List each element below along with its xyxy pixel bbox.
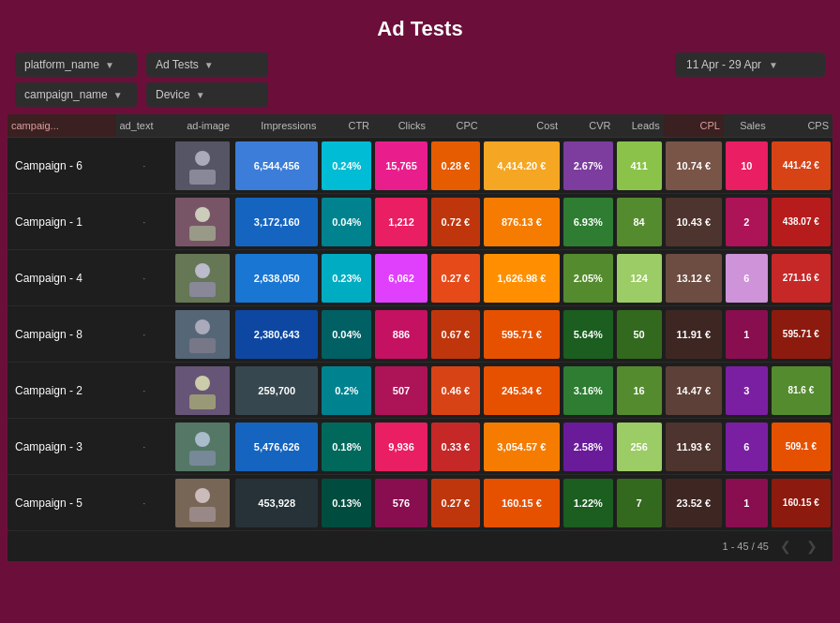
ad-tests-filter[interactable]: Ad Tests ▼ — [146, 52, 268, 77]
col-ad-text: ad_text — [115, 114, 172, 138]
data-table: campaig... ad_text ad-image Impressions … — [8, 114, 832, 531]
col-sales: Sales — [724, 114, 770, 138]
cvr-cell: 6.93% — [562, 194, 615, 250]
clicks-cell: 15,765 — [373, 138, 429, 194]
table-row: Campaign - 5 · 453,928 0.13% 576 0.27 € … — [8, 475, 832, 531]
cps-cell: 441.42 € — [770, 138, 832, 194]
table-row: Campaign - 6 · 6,544,456 0.24% 15,765 0.… — [8, 138, 832, 194]
col-ad-image: ad-image — [172, 114, 233, 138]
cost-cell: 3,054.57 € — [482, 419, 562, 475]
col-cpl: CPL — [664, 114, 724, 138]
ctr-cell: 0.13% — [320, 475, 373, 531]
date-range-filter[interactable]: 11 Apr - 29 Apr ▼ — [675, 52, 825, 77]
campaign-cell: Campaign - 1 — [8, 194, 115, 250]
device-filter[interactable]: Device ▼ — [146, 82, 268, 107]
campaign-cell: Campaign - 2 — [8, 363, 115, 419]
impressions-cell: 6,544,456 — [233, 138, 320, 194]
campaign-name-filter[interactable]: campaign_name ▼ — [15, 82, 137, 107]
col-clicks: Clicks — [373, 114, 429, 138]
table-row: Campaign - 1 · 3,172,160 0.04% 1,212 0.7… — [8, 194, 832, 250]
cpl-cell: 10.74 € — [664, 138, 724, 194]
ctr-cell: 0.2% — [320, 363, 373, 419]
device-arrow-icon: ▼ — [196, 90, 205, 100]
leads-cell: 16 — [615, 363, 664, 419]
ad-text-cell: · — [115, 363, 172, 419]
impressions-cell: 3,172,160 — [233, 194, 320, 250]
ad-tests-label: Ad Tests — [156, 58, 199, 71]
impressions-cell: 2,638,050 — [233, 250, 320, 306]
ad-image-cell — [172, 419, 233, 475]
impressions-cell: 5,476,626 — [233, 419, 320, 475]
sales-cell: 2 — [724, 194, 770, 250]
ad-image-cell — [172, 138, 233, 194]
campaign-cell: Campaign - 5 — [8, 475, 115, 531]
ad-thumbnail — [175, 310, 230, 359]
ad-text-cell: · — [115, 419, 172, 475]
cost-cell: 4,414.20 € — [482, 138, 562, 194]
cps-cell: 160.15 € — [770, 475, 832, 531]
table-header-row: campaig... ad_text ad-image Impressions … — [8, 114, 832, 138]
col-leads: Leads — [615, 114, 664, 138]
ad-image-cell — [172, 475, 233, 531]
ad-image-cell — [172, 194, 233, 250]
cvr-cell: 1.22% — [562, 475, 615, 531]
cvr-cell: 5.64% — [562, 306, 615, 363]
ad-text-cell: · — [115, 475, 172, 531]
cpc-cell: 0.27 € — [429, 475, 482, 531]
cpl-cell: 23.52 € — [664, 475, 724, 531]
filters-row-1: platform_name ▼ Ad Tests ▼ 11 Apr - 29 A… — [0, 52, 840, 77]
ad-text-cell: · — [115, 194, 172, 250]
ad-image-cell — [172, 306, 233, 363]
ctr-cell: 0.18% — [320, 419, 373, 475]
col-impressions: Impressions — [233, 114, 320, 138]
ctr-cell: 0.04% — [320, 194, 373, 250]
col-campaign: campaig... — [8, 114, 115, 138]
data-table-wrapper: campaig... ad_text ad-image Impressions … — [8, 114, 832, 531]
cpc-cell: 0.28 € — [429, 138, 482, 194]
col-cost: Cost — [482, 114, 562, 138]
cvr-cell: 2.05% — [562, 250, 615, 306]
sales-cell: 1 — [724, 475, 770, 531]
ad-thumbnail — [175, 141, 230, 190]
pagination-label: 1 - 45 / 45 — [722, 541, 769, 552]
col-cpc: CPC — [429, 114, 482, 138]
campaign-cell: Campaign - 8 — [8, 306, 115, 363]
col-cps: CPS — [770, 114, 832, 138]
col-cvr: CVR — [562, 114, 615, 138]
ad-thumbnail — [175, 254, 230, 303]
sales-cell: 6 — [724, 419, 770, 475]
impressions-cell: 2,380,643 — [233, 306, 320, 363]
campaign-cell: Campaign - 4 — [8, 250, 115, 306]
date-range-label: 11 Apr - 29 Apr — [686, 58, 761, 71]
clicks-cell: 576 — [373, 475, 429, 531]
table-row: Campaign - 2 · 259,700 0.2% 507 0.46 € 2… — [8, 363, 832, 419]
pagination-next-icon[interactable]: ❯ — [802, 537, 821, 556]
leads-cell: 84 — [615, 194, 664, 250]
table-row: Campaign - 8 · 2,380,643 0.04% 886 0.67 … — [8, 306, 832, 363]
leads-cell: 124 — [615, 250, 664, 306]
page-container: Ad Tests platform_name ▼ Ad Tests ▼ 11 A… — [0, 0, 840, 561]
cpl-cell: 13.12 € — [664, 250, 724, 306]
leads-cell: 411 — [615, 138, 664, 194]
ad-text-cell: · — [115, 306, 172, 363]
campaign-cell: Campaign - 6 — [8, 138, 115, 194]
clicks-cell: 886 — [373, 306, 429, 363]
cpl-cell: 10.43 € — [664, 194, 724, 250]
cpl-cell: 14.47 € — [664, 363, 724, 419]
cps-cell: 509.1 € — [770, 419, 832, 475]
ad-image-cell — [172, 363, 233, 419]
filters-row-2: campaign_name ▼ Device ▼ — [0, 82, 840, 107]
clicks-cell: 1,212 — [373, 194, 429, 250]
cps-cell: 595.71 € — [770, 306, 832, 363]
date-range-arrow-icon: ▼ — [769, 60, 778, 70]
clicks-cell: 6,062 — [373, 250, 429, 306]
sales-cell: 10 — [724, 138, 770, 194]
cps-cell: 271.16 € — [770, 250, 832, 306]
sales-cell: 1 — [724, 306, 770, 363]
clicks-cell: 9,936 — [373, 419, 429, 475]
cps-cell: 81.6 € — [770, 363, 832, 419]
platform-name-arrow-icon: ▼ — [105, 60, 114, 70]
cost-cell: 595.71 € — [482, 306, 562, 363]
platform-name-filter[interactable]: platform_name ▼ — [15, 52, 137, 77]
pagination-prev-icon[interactable]: ❮ — [776, 537, 795, 556]
